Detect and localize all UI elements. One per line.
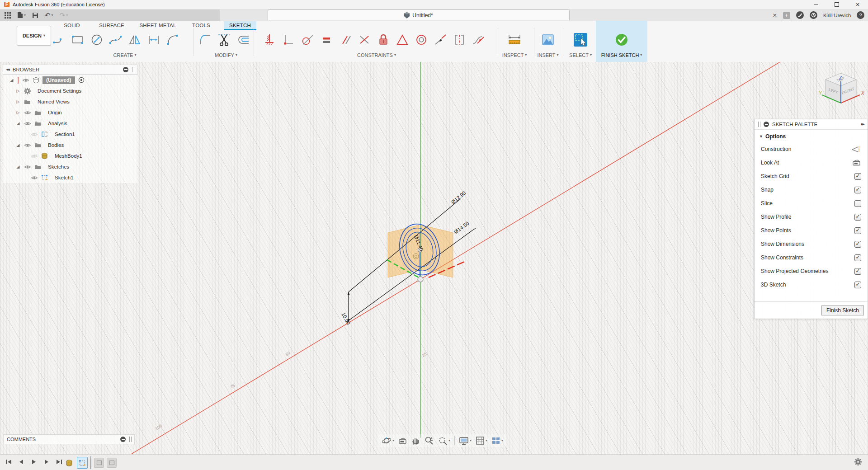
horizontal-vertical-constraint-tool[interactable]	[262, 31, 277, 49]
expander-icon[interactable]: ◢	[15, 121, 21, 126]
tab-sheet-metal[interactable]: SHEET METAL	[139, 23, 176, 28]
browser-row[interactable]: MeshBody1	[3, 150, 137, 161]
browser-item-named-views[interactable]: Named Views	[34, 98, 73, 106]
minimize-button[interactable]	[806, 0, 826, 9]
panel-grip[interactable]	[758, 122, 760, 127]
browser-item-sketch1[interactable]: Sketch1	[51, 174, 77, 182]
expander-icon[interactable]: ◢	[15, 143, 21, 147]
snap-checkbox[interactable]: ✓	[854, 187, 861, 193]
expander-icon[interactable]: ◢	[9, 78, 14, 82]
visibility-eye-off-icon[interactable]	[31, 154, 38, 159]
pan-tool[interactable]	[411, 436, 420, 445]
show-points-checkbox[interactable]: ✓	[854, 227, 861, 234]
document-tab[interactable]: Untitled*	[268, 9, 570, 20]
expander-icon[interactable]: ▷	[15, 110, 21, 115]
tangent-constraint-tool[interactable]	[300, 31, 315, 49]
timeline-feature-meshbody[interactable]	[64, 457, 74, 468]
browser-row[interactable]: Section1	[3, 129, 137, 140]
dimension-text-d2[interactable]: Ø14.50	[453, 221, 470, 235]
timeline-feature-pending[interactable]	[107, 458, 117, 468]
grid-snap-tool[interactable]: ▾	[476, 436, 487, 445]
origin-point[interactable]	[418, 277, 423, 282]
panel-minus-icon[interactable]	[123, 67, 128, 72]
browser-row[interactable]: Sketch1	[3, 172, 137, 183]
collinear-constraint-tool[interactable]	[433, 31, 448, 49]
show-dimensions-checkbox[interactable]: ✓	[854, 241, 861, 248]
expander-icon[interactable]: ▷	[15, 99, 21, 104]
orbit-tool[interactable]: ▾	[382, 436, 394, 446]
visibility-eye-icon[interactable]	[24, 164, 31, 169]
user-name[interactable]: Kirill Urevich	[823, 13, 851, 18]
perpendicular-constraint-tool[interactable]	[281, 31, 296, 49]
fix-constraint-tool[interactable]	[376, 31, 391, 49]
finish-sketch-label[interactable]: FINISH SKETCH▾	[601, 52, 642, 58]
browser-item-origin[interactable]: Origin	[44, 109, 66, 117]
zoom-tool[interactable]	[425, 436, 434, 446]
extensions-icon[interactable]	[796, 11, 804, 19]
show-projected-geometries-checkbox[interactable]: ✓	[854, 268, 861, 275]
redo-button[interactable]: ↷ ▾	[60, 11, 68, 19]
sketch-dimension-tool[interactable]	[146, 31, 161, 49]
browser-item-sketches[interactable]: Sketches	[44, 163, 73, 171]
concentric-constraint-tool[interactable]	[414, 31, 429, 49]
midpoint-constraint-tool[interactable]	[357, 31, 372, 49]
viewports-tool[interactable]: ▾	[491, 437, 503, 445]
timeline-scrubber[interactable]	[90, 456, 91, 469]
fillet-tool[interactable]	[198, 31, 213, 49]
3d-sketch-checkbox[interactable]: ✓	[854, 282, 861, 288]
timeline-feature-sketch1[interactable]	[77, 457, 88, 469]
offset-tool[interactable]	[236, 31, 251, 49]
slice-checkbox[interactable]: ✓	[854, 200, 861, 207]
tab-surface[interactable]: SURFACE	[99, 23, 124, 28]
equal-constraint-tool[interactable]	[319, 31, 334, 49]
tab-tools[interactable]: TOOLS	[192, 23, 210, 28]
expand-panel-icon[interactable]: ▶▶	[861, 122, 864, 126]
inspect-group-label[interactable]: INSPECT▾	[502, 52, 527, 58]
file-menu-button[interactable]: ▾	[17, 12, 26, 19]
browser-row-root[interactable]: ◢ (Unsaved)	[3, 75, 137, 85]
go-to-end-button[interactable]	[55, 457, 63, 466]
close-window-button[interactable]: ✕	[847, 0, 868, 9]
timeline-feature-pending[interactable]	[94, 458, 104, 468]
arc-tool[interactable]	[165, 31, 180, 49]
browser-item-unsaved[interactable]: (Unsaved)	[42, 76, 75, 84]
browser-item-bodies[interactable]: Bodies	[44, 141, 67, 149]
sketch-grid-checkbox[interactable]: ✓	[854, 173, 861, 180]
new-tab-button[interactable]: +	[783, 12, 790, 19]
panel-minus-icon[interactable]	[120, 437, 126, 442]
dimension-text-d1[interactable]: Ø12.90	[450, 190, 467, 205]
play-button[interactable]	[30, 457, 38, 466]
expander-icon[interactable]: ◢	[15, 164, 21, 169]
tab-sketch-active[interactable]: SKETCH	[224, 21, 256, 30]
select-group-label[interactable]: SELECT▾	[569, 52, 592, 58]
finish-sketch-button[interactable]: Finish Sketch	[821, 306, 864, 315]
polygon-constraint-tool[interactable]	[395, 31, 410, 49]
panel-grip[interactable]	[132, 67, 134, 72]
tab-solid[interactable]: SOLID	[64, 23, 80, 28]
curvature-constraint-tool[interactable]	[471, 31, 486, 49]
maximize-button[interactable]	[826, 0, 847, 9]
step-back-button[interactable]	[17, 457, 25, 466]
rectangle-tool[interactable]	[70, 31, 85, 49]
visibility-eye-icon[interactable]	[24, 143, 31, 148]
x-axis-red[interactable]	[112, 62, 809, 454]
close-tab-icon[interactable]: ✕	[773, 12, 777, 19]
insert-group-label[interactable]: INSERT▾	[537, 52, 558, 58]
timeline-settings-gear-icon[interactable]	[854, 458, 862, 467]
section-plane-right[interactable]	[421, 225, 453, 277]
browser-item-section1[interactable]: Section1	[51, 131, 79, 138]
go-to-start-button[interactable]	[5, 457, 13, 466]
select-tool[interactable]	[573, 31, 588, 49]
ground-radio-icon[interactable]	[78, 77, 85, 83]
browser-row[interactable]: ◢ Analysis	[3, 118, 137, 129]
options-section-header[interactable]: ▼ Options	[755, 130, 868, 142]
create-group-label[interactable]: CREATE▾	[113, 52, 137, 58]
help-icon[interactable]: ?	[857, 11, 864, 19]
browser-row[interactable]: ▷ Document Settings	[3, 85, 137, 96]
look-at-tool[interactable]	[398, 437, 407, 445]
show-constraints-checkbox[interactable]: ✓	[854, 254, 861, 261]
browser-item-meshbody1[interactable]: MeshBody1	[51, 152, 86, 160]
job-status-icon[interactable]	[810, 11, 817, 19]
expander-icon[interactable]: ▷	[15, 89, 21, 93]
trim-tool[interactable]	[217, 31, 232, 49]
